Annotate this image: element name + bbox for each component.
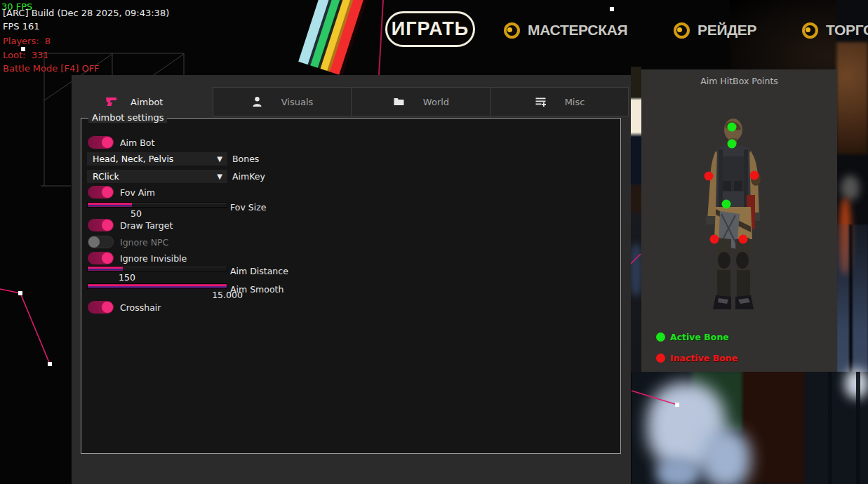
hitbox-panel: Aim HitBox Points xyxy=(641,69,837,372)
group-title: Aimbot settings xyxy=(88,112,167,123)
bg-bottom-scene xyxy=(632,372,868,484)
aimkey-label: AimKey xyxy=(232,171,265,182)
aim-bot-toggle[interactable] xyxy=(88,136,114,149)
bg-gap-strip xyxy=(631,67,641,372)
aimkey-dropdown-value: RClick xyxy=(93,171,119,182)
bg-blue-blob xyxy=(647,382,726,470)
aim-smooth-slider-fill xyxy=(88,284,227,288)
person-icon xyxy=(251,96,263,107)
hitbox-point-pelvis[interactable] xyxy=(722,200,731,209)
hud-players-count: Players: 8 xyxy=(3,36,51,46)
hitbox-point-right-thigh[interactable] xyxy=(739,235,748,244)
aim-smooth-value: 15.000 xyxy=(206,290,248,300)
sliders-icon xyxy=(535,96,547,107)
aim-distance-label: Aim Distance xyxy=(230,266,288,276)
bg-white-blob xyxy=(845,369,868,398)
screen: 30 FPS [ARC] Build (Dec 28 2025, 09:43:3… xyxy=(0,0,868,484)
aim-distance-slider[interactable] xyxy=(87,266,227,271)
tab-label: Aimbot xyxy=(131,97,163,107)
bg-window-panes xyxy=(836,224,868,484)
bg-red-pillar xyxy=(742,370,804,484)
draw-target-toggle[interactable] xyxy=(88,219,114,231)
play-button[interactable]: ИГРАТЬ xyxy=(385,11,475,47)
chevron-down-icon: ▼ xyxy=(217,170,222,183)
trade-icon xyxy=(802,22,818,39)
hitbox-point-head[interactable] xyxy=(728,123,737,132)
crosshair-toggle[interactable] xyxy=(88,301,114,314)
tab-misc[interactable]: Misc xyxy=(490,87,629,116)
bg-rust-wall xyxy=(836,42,868,154)
aimbot-settings-group: Aimbot settings Aim Bot Head, Neck, Pelv… xyxy=(81,118,621,454)
bg-green-sign xyxy=(692,370,745,431)
fov-aim-toggle[interactable] xyxy=(88,186,114,199)
menu-item-label: ТОРГО xyxy=(826,22,868,39)
aim-bot-label: Aim Bot xyxy=(120,137,154,148)
bones-dropdown[interactable]: Head, Neck, Pelvis ▼ xyxy=(87,152,227,166)
legend-label: Inactive Bone xyxy=(670,353,737,363)
bg-right-strip xyxy=(836,0,868,484)
bg-gray-blob xyxy=(841,175,860,201)
fov-aim-label: Fov Aim xyxy=(120,187,155,198)
hud-fps-label: FPS 161 xyxy=(3,22,40,32)
legend-inactive-bone: Inactive Bone xyxy=(656,353,737,363)
bg-orange-streak xyxy=(839,199,851,274)
workshop-icon xyxy=(504,22,520,39)
menu-item-label: РЕЙДЕР xyxy=(697,22,756,39)
ignore-npc-label: Ignore NPC xyxy=(120,237,168,248)
menu-item-raider[interactable]: РЕЙДЕР xyxy=(674,22,756,39)
hud-battle-mode: Battle Mode [F4] OFF xyxy=(3,64,100,74)
fov-size-value: 50 xyxy=(115,208,157,219)
inactive-bone-dot xyxy=(656,354,665,363)
bg-blue-blob xyxy=(656,457,700,484)
chevron-down-icon: ▼ xyxy=(217,152,222,166)
tab-label: World xyxy=(423,97,449,107)
hitbox-point-left-shoulder[interactable] xyxy=(705,172,714,181)
esp-tracer-line xyxy=(632,391,677,405)
fov-size-slider[interactable] xyxy=(87,202,227,208)
hitbox-point-left-thigh[interactable] xyxy=(710,235,719,244)
bg-blue-blob xyxy=(700,429,751,484)
aim-distance-slider-fill xyxy=(88,267,123,271)
esp-tracer-line xyxy=(379,0,383,75)
folder-icon xyxy=(393,96,405,107)
draw-target-label: Draw Target xyxy=(120,220,173,231)
menu-item-workshop[interactable]: МАСТЕРСКАЯ xyxy=(504,22,627,39)
esp-tracer-line xyxy=(0,289,50,364)
hud-loot-count: Loot: 331 xyxy=(3,51,48,60)
ignore-invisible-label: Ignore Invisible xyxy=(120,253,187,264)
esp-tracer-line xyxy=(631,254,641,264)
bones-label: Bones xyxy=(232,154,259,164)
aim-distance-value: 150 xyxy=(106,272,148,283)
fov-size-label: Fov Size xyxy=(230,202,266,213)
tab-label: Misc xyxy=(565,97,585,107)
cheat-panel: Aimbot Visuals World Misc xyxy=(72,75,631,484)
hitbox-point-neck[interactable] xyxy=(728,140,737,149)
ignore-invisible-toggle[interactable] xyxy=(88,252,114,264)
menu-item-label: МАСТЕРСКАЯ xyxy=(528,22,627,39)
bones-dropdown-value: Head, Neck, Pelvis xyxy=(93,154,173,164)
raider-icon xyxy=(674,22,690,39)
legend-label: Active Bone xyxy=(670,332,729,342)
hud-build-info: [ARC] Build (Dec 28 2025, 09:43:38) xyxy=(3,8,169,18)
active-bone-dot xyxy=(656,332,665,342)
menu-item-trade[interactable]: ТОРГО xyxy=(802,22,868,39)
tab-visuals[interactable]: Visuals xyxy=(213,87,352,116)
aimkey-dropdown[interactable]: RClick ▼ xyxy=(87,170,227,183)
aim-smooth-slider[interactable] xyxy=(87,283,227,289)
tab-label: Visuals xyxy=(281,97,314,107)
bg-window-grid xyxy=(807,372,868,484)
pistol-icon xyxy=(105,96,117,107)
hitbox-canvas xyxy=(641,69,837,372)
crosshair-label: Crosshair xyxy=(120,302,161,313)
legend-active-bone: Active Bone xyxy=(656,332,729,342)
fov-size-slider-fill xyxy=(88,203,132,207)
ignore-npc-toggle[interactable] xyxy=(88,236,114,248)
hitbox-point-right-shoulder[interactable] xyxy=(750,171,759,180)
tab-world[interactable]: World xyxy=(351,87,491,116)
